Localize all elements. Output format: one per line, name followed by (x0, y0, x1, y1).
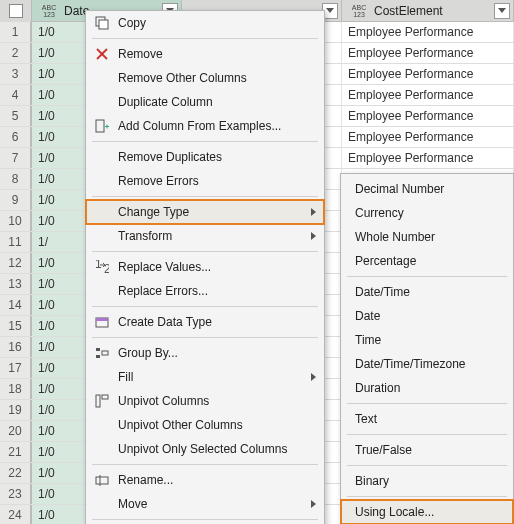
svg-rect-16 (96, 477, 108, 484)
cell-costelement[interactable]: Employee Performance (342, 127, 514, 147)
column-context-menu: Copy Remove Remove Other Columns Duplica… (85, 10, 325, 524)
data-type-icon (90, 312, 114, 332)
submenu-arrow-icon (311, 373, 316, 381)
menu-separator (92, 306, 318, 307)
svg-rect-11 (96, 348, 100, 351)
menu-copy[interactable]: Copy (86, 11, 324, 35)
menu-replace-values[interactable]: 12 Replace Values... (86, 255, 324, 279)
menu-separator (347, 276, 507, 277)
row-header[interactable]: 14 (0, 295, 32, 315)
row-header[interactable]: 7 (0, 148, 32, 168)
menu-duplicate[interactable]: Duplicate Column (86, 90, 324, 114)
submenu-whole[interactable]: Whole Number (341, 225, 513, 249)
row-header[interactable]: 21 (0, 442, 32, 462)
submenu-date[interactable]: Date (341, 304, 513, 328)
submenu-percentage[interactable]: Percentage (341, 249, 513, 273)
menu-separator (92, 38, 318, 39)
submenu-arrow-icon (311, 232, 316, 240)
svg-text:2: 2 (104, 262, 109, 274)
svg-rect-1 (99, 20, 108, 29)
submenu-duration[interactable]: Duration (341, 376, 513, 400)
copy-icon (90, 13, 114, 33)
menu-separator (92, 519, 318, 520)
menu-separator (347, 403, 507, 404)
column-header-costelement[interactable]: ABC123 CostElement (342, 0, 514, 21)
menu-change-type[interactable]: Change Type (86, 200, 324, 224)
menu-unpivot-selected[interactable]: Unpivot Only Selected Columns (86, 437, 324, 461)
menu-create-data-type[interactable]: Create Data Type (86, 310, 324, 334)
menu-separator (347, 434, 507, 435)
menu-move[interactable]: Move (86, 492, 324, 516)
submenu-arrow-icon (311, 208, 316, 216)
row-header[interactable]: 6 (0, 127, 32, 147)
cell-costelement[interactable]: Employee Performance (342, 85, 514, 105)
change-type-submenu: Decimal Number Currency Whole Number Per… (340, 173, 514, 524)
row-header[interactable]: 22 (0, 463, 32, 483)
row-header[interactable]: 18 (0, 379, 32, 399)
menu-remove-errors[interactable]: Remove Errors (86, 169, 324, 193)
svg-rect-14 (96, 395, 100, 407)
menu-remove-other[interactable]: Remove Other Columns (86, 66, 324, 90)
row-header[interactable]: 9 (0, 190, 32, 210)
unpivot-icon (90, 391, 114, 411)
row-header[interactable]: 23 (0, 484, 32, 504)
submenu-arrow-icon (311, 500, 316, 508)
select-all-corner[interactable] (0, 0, 32, 22)
menu-group-by[interactable]: Group By... (86, 341, 324, 365)
row-header[interactable]: 1 (0, 22, 32, 42)
submenu-dtz[interactable]: Date/Time/Timezone (341, 352, 513, 376)
submenu-datetime[interactable]: Date/Time (341, 280, 513, 304)
cell-costelement[interactable]: Employee Performance (342, 106, 514, 126)
group-icon (90, 343, 114, 363)
menu-remove[interactable]: Remove (86, 42, 324, 66)
rename-icon (90, 470, 114, 490)
row-header[interactable]: 3 (0, 64, 32, 84)
svg-rect-12 (96, 355, 100, 358)
row-header[interactable]: 5 (0, 106, 32, 126)
menu-separator (92, 464, 318, 465)
menu-separator (92, 337, 318, 338)
cell-costelement[interactable]: Employee Performance (342, 64, 514, 84)
row-header[interactable]: 11 (0, 232, 32, 252)
svg-rect-10 (96, 318, 108, 321)
datatype-icon[interactable]: ABC123 (38, 3, 60, 19)
row-header[interactable]: 24 (0, 505, 32, 524)
row-header[interactable]: 4 (0, 85, 32, 105)
menu-fill[interactable]: Fill (86, 365, 324, 389)
svg-rect-4 (96, 120, 104, 132)
datatype-icon[interactable]: ABC123 (348, 3, 370, 19)
menu-transform[interactable]: Transform (86, 224, 324, 248)
row-header[interactable]: 20 (0, 421, 32, 441)
row-header[interactable]: 8 (0, 169, 32, 189)
submenu-truefalse[interactable]: True/False (341, 438, 513, 462)
submenu-decimal[interactable]: Decimal Number (341, 177, 513, 201)
row-header[interactable]: 10 (0, 211, 32, 231)
remove-icon (90, 44, 114, 64)
menu-add-examples[interactable]: Add Column From Examples... (86, 114, 324, 138)
menu-rename[interactable]: Rename... (86, 468, 324, 492)
cell-costelement[interactable]: Employee Performance (342, 22, 514, 42)
menu-unpivot-other[interactable]: Unpivot Other Columns (86, 413, 324, 437)
cell-costelement[interactable]: Employee Performance (342, 43, 514, 63)
menu-separator (92, 141, 318, 142)
submenu-time[interactable]: Time (341, 328, 513, 352)
submenu-using-locale[interactable]: Using Locale... (341, 500, 513, 524)
row-header[interactable]: 12 (0, 253, 32, 273)
svg-rect-15 (102, 395, 108, 399)
filter-dropdown-icon[interactable] (494, 3, 510, 19)
submenu-currency[interactable]: Currency (341, 201, 513, 225)
menu-replace-errors[interactable]: Replace Errors... (86, 279, 324, 303)
row-header[interactable]: 17 (0, 358, 32, 378)
svg-rect-6 (107, 125, 108, 129)
row-header[interactable]: 13 (0, 274, 32, 294)
row-header[interactable]: 19 (0, 400, 32, 420)
menu-unpivot[interactable]: Unpivot Columns (86, 389, 324, 413)
add-column-icon (90, 116, 114, 136)
row-header[interactable]: 2 (0, 43, 32, 63)
submenu-text[interactable]: Text (341, 407, 513, 431)
row-header[interactable]: 16 (0, 337, 32, 357)
cell-costelement[interactable]: Employee Performance (342, 148, 514, 168)
menu-remove-duplicates[interactable]: Remove Duplicates (86, 145, 324, 169)
row-header[interactable]: 15 (0, 316, 32, 336)
submenu-binary[interactable]: Binary (341, 469, 513, 493)
